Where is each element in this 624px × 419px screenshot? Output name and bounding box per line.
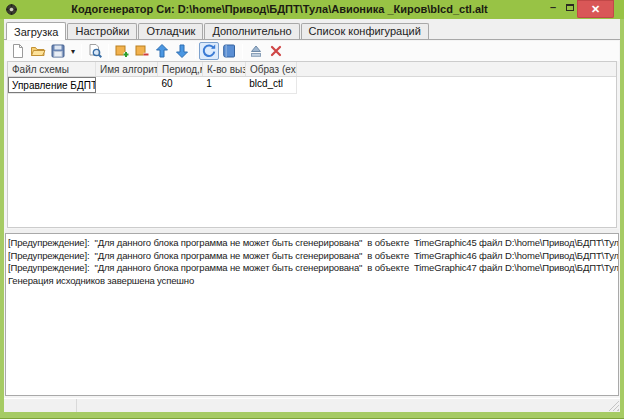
column-header-image[interactable]: Образ (exe) <box>246 62 297 76</box>
preview-magnifier-icon <box>87 43 103 59</box>
tab-nastroyki[interactable]: Настройки <box>67 23 137 39</box>
cell-algorithm[interactable] <box>96 77 158 93</box>
save-button[interactable] <box>48 42 68 60</box>
titlebar: Кодогенератор Си: D:\home\Привод\БДПТ\Ту… <box>0 0 624 19</box>
move-down-button[interactable] <box>172 42 192 60</box>
export-button[interactable] <box>246 42 266 60</box>
cell-image[interactable]: blcd_ctl <box>245 77 296 93</box>
tab-spisok-konfiguraciy[interactable]: Список конфигураций <box>301 23 429 39</box>
export-eject-icon <box>248 43 264 59</box>
column-header-file[interactable]: Файл схемы <box>8 62 96 76</box>
cell-period[interactable]: 60 <box>157 77 202 93</box>
new-document-icon <box>10 43 26 59</box>
log-line: [Предупреждение]: "Для данного блока про… <box>8 237 616 250</box>
minimize-button[interactable]: – <box>546 0 560 18</box>
column-header-algorithm[interactable]: Имя алгоритма <box>96 62 158 76</box>
delete-button[interactable] <box>266 42 286 60</box>
close-button[interactable]: ✕ <box>577 0 614 18</box>
app-window: Кодогенератор Си: D:\home\Привод\БДПТ\Ту… <box>0 0 624 419</box>
log-line: [Предупреждение]: "Для данного блока про… <box>8 262 616 275</box>
delete-x-icon <box>268 43 284 59</box>
table-row[interactable]: Управление БДПТ.prt 60 1 blcd_ctl <box>8 77 297 94</box>
schema-table: Файл схемы Имя алгоритма Период,мс К-во … <box>7 61 617 228</box>
cell-file[interactable]: Управление БДПТ.prt <box>8 77 96 93</box>
toolbar-separator <box>108 44 109 59</box>
cell-calls[interactable]: 1 <box>202 77 245 93</box>
tab-otladchik[interactable]: Отладчик <box>138 23 203 39</box>
refresh-icon <box>201 43 217 59</box>
save-icon <box>50 43 66 59</box>
toolbar-separator <box>242 44 243 59</box>
remove-block-button[interactable] <box>132 42 152 60</box>
maximize-button[interactable] <box>563 0 577 18</box>
log-book-icon <box>221 43 237 59</box>
status-panel-left <box>4 399 77 412</box>
resize-grip[interactable] <box>608 400 619 411</box>
tab-dopolnitelno[interactable]: Дополнительно <box>204 23 299 39</box>
tab-page-zagruzka: ▾ <box>4 39 620 398</box>
log-book-button[interactable] <box>219 42 239 60</box>
window-title: Кодогенератор Си: D:\home\Привод\БДПТ\Ту… <box>30 0 529 19</box>
move-up-button[interactable] <box>152 42 172 60</box>
toolbar-separator <box>81 44 82 59</box>
preview-button[interactable] <box>85 42 105 60</box>
add-block-button[interactable] <box>112 42 132 60</box>
log-panel[interactable]: [Предупреждение]: "Для данного блока про… <box>5 233 619 396</box>
app-icon <box>5 3 18 16</box>
table-header-row: Файл схемы Имя алгоритма Период,мс К-во … <box>8 62 616 77</box>
client-area: Загрузка Настройки Отладчик Дополнительн… <box>4 19 620 412</box>
new-button[interactable] <box>8 42 28 60</box>
save-dropdown-button[interactable]: ▾ <box>68 42 78 60</box>
move-up-arrow-icon <box>154 43 170 59</box>
open-folder-icon <box>30 43 46 59</box>
status-bar <box>4 398 620 412</box>
toolbar-separator <box>195 44 196 59</box>
move-down-arrow-icon <box>174 43 190 59</box>
log-line: [Предупреждение]: "Для данного блока про… <box>8 250 616 263</box>
add-block-icon <box>114 43 130 59</box>
maximize-icon <box>566 4 574 11</box>
tab-bar: Загрузка Настройки Отладчик Дополнительн… <box>6 22 620 39</box>
log-line: Генерация исходников завершена успешно <box>8 275 616 288</box>
refresh-button[interactable] <box>199 42 219 60</box>
status-panel-right <box>77 399 620 412</box>
remove-block-icon <box>134 43 150 59</box>
column-header-period[interactable]: Период,мс <box>158 62 203 76</box>
tab-zagruzka[interactable]: Загрузка <box>6 22 66 40</box>
open-button[interactable] <box>28 42 48 60</box>
toolbar: ▾ <box>5 41 619 61</box>
column-header-calls[interactable]: К-во вызовов <box>203 62 246 76</box>
